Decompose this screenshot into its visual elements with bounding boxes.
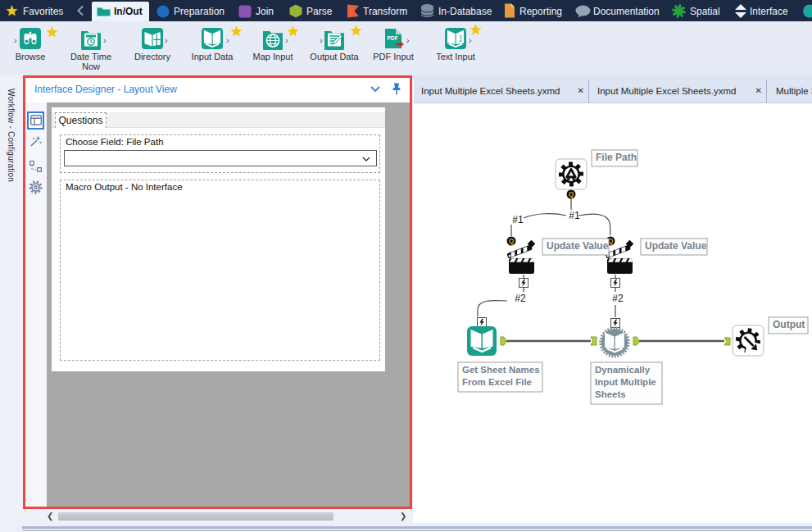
svg-text:PDF: PDF [388, 35, 398, 41]
svg-text:Input Multiple: Input Multiple [595, 377, 656, 387]
svg-text:#2: #2 [515, 293, 526, 304]
svg-text:Output: Output [773, 319, 805, 330]
svg-text:Sheets: Sheets [595, 389, 626, 399]
svg-text:Get Sheet Names: Get Sheet Names [462, 365, 540, 375]
svg-text:File Path: File Path [596, 152, 637, 163]
svg-text:Update Value: Update Value [645, 240, 707, 252]
svg-text:From Excel File: From Excel File [462, 377, 532, 387]
svg-text:#1: #1 [569, 210, 580, 221]
svg-text:#1: #1 [512, 214, 524, 225]
svg-text:Update Value: Update Value [547, 240, 609, 252]
svg-text:Dynamically: Dynamically [595, 365, 651, 375]
svg-text:#2: #2 [612, 293, 624, 304]
